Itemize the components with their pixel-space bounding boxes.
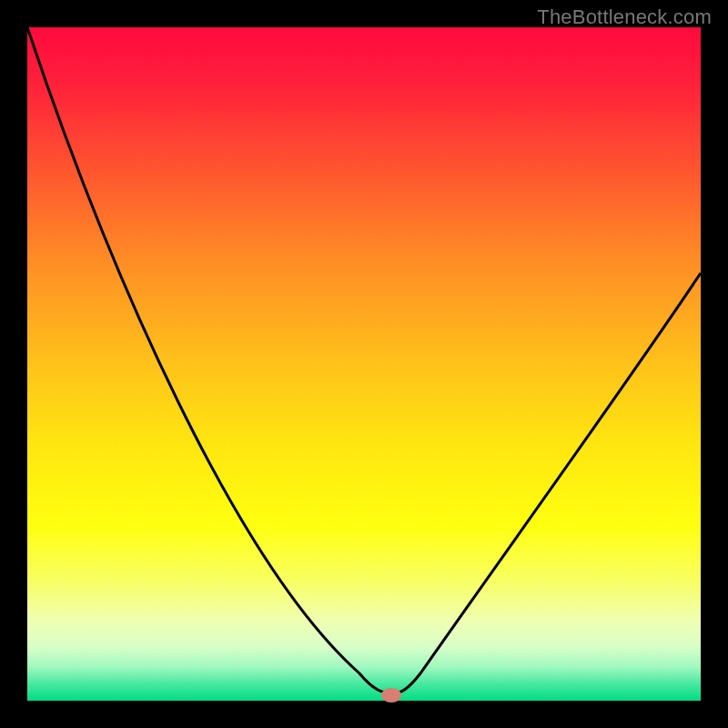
plot-background xyxy=(27,27,701,701)
watermark-text: TheBottleneck.com xyxy=(537,5,712,29)
optimal-point-marker xyxy=(381,688,401,703)
bottleneck-chart xyxy=(0,0,728,728)
chart-container: TheBottleneck.com xyxy=(0,0,728,728)
